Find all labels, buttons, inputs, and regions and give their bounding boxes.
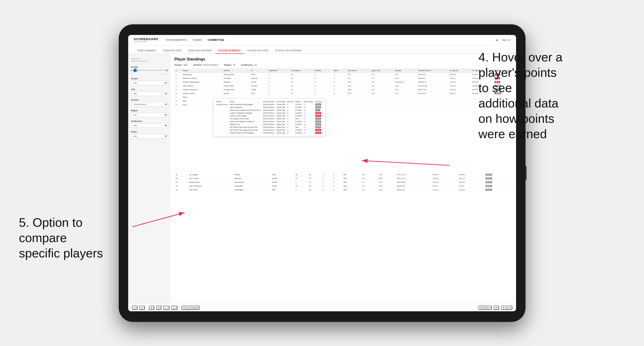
sub-nav-team-h2h-heatmap[interactable]: TEAM H2H HEATMAP bbox=[185, 48, 215, 54]
tooltip-col-player: Player bbox=[216, 100, 229, 103]
region-label: Region bbox=[131, 109, 168, 112]
tooltip-row: Southern Highlands CollegiateNCAA Divisi… bbox=[216, 112, 324, 114]
nav-tournaments[interactable]: TOURNAMENTS bbox=[165, 37, 186, 42]
conference-label: Conference bbox=[131, 120, 168, 122]
sidebar-gender: Gender Men bbox=[131, 77, 168, 85]
sidebar-year: Year (All) bbox=[131, 88, 168, 96]
nav-committee[interactable]: COMMITTEE bbox=[208, 37, 224, 42]
clock-btn[interactable]: 🕐 bbox=[171, 306, 178, 310]
tooltip-row: Amer An IntercollegiateNCAA Division ISt… bbox=[216, 114, 324, 117]
col-school: School bbox=[222, 68, 250, 73]
col-player: Player bbox=[182, 68, 222, 73]
table-row: 26Petr HrubyWashingtonFifth7230068.6-1.8… bbox=[174, 188, 512, 191]
view-btn[interactable]: 👁 View: Original bbox=[182, 306, 199, 310]
sub-nav-team-summary[interactable]: TEAM SUMMARY bbox=[134, 48, 160, 54]
sub-nav-team-h2h-grid[interactable]: TEAM H2H GRID bbox=[160, 48, 185, 54]
points-cell[interactable]: 60.27 bbox=[484, 176, 512, 180]
tooltip-points-cell: 57.57 bbox=[314, 114, 323, 117]
watch-chevron: ▾ bbox=[489, 307, 490, 309]
sub-nav-player-h2h-grid[interactable]: PLAYER H2H GRID bbox=[244, 48, 272, 54]
tooltip-col-type: Event Type bbox=[276, 100, 286, 103]
table-row: 4Luke ClantonFlorida StateSecond5272168.… bbox=[174, 84, 512, 88]
dash-btn[interactable]: —· bbox=[163, 306, 169, 310]
tooltip-panel: Player Event Event Division Event Type R… bbox=[213, 98, 326, 137]
tooltip-row: Tiger InvitationalNCAA Division IStroke … bbox=[216, 106, 324, 109]
no-rds-range: 4 52 bbox=[131, 69, 168, 72]
watch-btn[interactable]: 👁 Watch ▾ bbox=[478, 306, 492, 310]
conference-select[interactable]: (All) bbox=[131, 123, 168, 128]
col-avg-sg: Avg SG bbox=[394, 68, 417, 73]
range-values: 0 ———— bbox=[131, 73, 168, 75]
sidebar-player: Player (All) bbox=[131, 131, 168, 138]
tablet-frame: SCOREBOARD Powered by clippi TOURNAMENTS… bbox=[119, 24, 526, 322]
no-rds-max: 52 bbox=[165, 69, 168, 72]
download-btn[interactable]: ⬇ bbox=[494, 306, 499, 310]
lower-table-body: 22Ian GilliganFloridaThird10241068.7-0.8… bbox=[174, 173, 512, 192]
tooltip-row: Jackson KoivunUNCW Seahawk Intercollegia… bbox=[216, 103, 324, 106]
nav-items: TOURNAMENTS TEAMS COMMITTEE bbox=[165, 37, 496, 42]
view-label: View: Original bbox=[186, 307, 198, 309]
watch-label: Watch bbox=[483, 307, 488, 309]
division-filter-value: NCAA Division I bbox=[204, 64, 218, 66]
tooltip-header-row: Player Event Event Division Event Type R… bbox=[216, 100, 324, 103]
table-row: 5Christo LamprechtGeorgia TechFourth2212… bbox=[174, 88, 512, 91]
col-yr: Yr bbox=[250, 68, 268, 73]
sub-nav-player-h2h-heatmap[interactable]: PLAYER H2H HEATMAP bbox=[272, 48, 305, 54]
division-select[interactable]: NCAA Division I bbox=[131, 102, 168, 107]
points-cell[interactable]: 60.02 bbox=[484, 180, 512, 184]
tablet-side-button bbox=[526, 166, 526, 180]
nav-teams[interactable]: TEAMS bbox=[192, 37, 202, 42]
redo-btn[interactable]: ↪ bbox=[139, 306, 145, 310]
no-rds-min: 4 bbox=[131, 69, 132, 72]
tooltip-points-cell: 73.23 bbox=[314, 112, 323, 114]
annotation-bottom-left: 5. Option tocomparespecific players bbox=[19, 215, 132, 261]
tooltip-points-cell: 43.64 bbox=[314, 103, 323, 106]
tooltip-points-cell: 25.38 bbox=[314, 126, 323, 129]
content-panel: Player Standings Gender: Men Division: N… bbox=[171, 54, 516, 304]
tooltip-col-event: Event bbox=[229, 100, 262, 103]
tooltip-table: Player Event Event Division Event Type R… bbox=[216, 100, 324, 134]
sub-nav: TEAM SUMMARY TEAM H2H GRID TEAM H2H HEAT… bbox=[128, 45, 516, 54]
annotation-top-right: 4. Hover over aplayer's pointsto seeaddi… bbox=[478, 50, 616, 142]
region-filter-value: All bbox=[233, 64, 235, 66]
gender-select[interactable]: Men bbox=[131, 81, 168, 85]
year-select[interactable]: (All) bbox=[131, 91, 168, 96]
sign-out-link[interactable]: Sign out bbox=[502, 39, 510, 41]
gender-label: Gender bbox=[131, 77, 168, 80]
tooltip-col-rounds: Rounds bbox=[286, 100, 294, 103]
no-rds-slider[interactable] bbox=[133, 70, 164, 71]
sub-nav-player-summary[interactable]: PLAYER SUMMARY bbox=[215, 48, 244, 54]
region-filter-label: Region: bbox=[224, 64, 232, 66]
table-row: 25Cole SherwoodVanderbiltFourth12230068.… bbox=[174, 184, 512, 188]
table-header-row: # Player School Yr Reg Rank Conf Rank No… bbox=[174, 68, 512, 73]
tooltip-row: SEC Stroke Play hosted by Jerry PateNCAA… bbox=[216, 129, 324, 131]
filter-btn[interactable]: ⚙ bbox=[149, 306, 154, 310]
region-select[interactable]: N/A bbox=[131, 113, 168, 117]
sidebar-region: Region N/A bbox=[131, 109, 168, 117]
division-filter: Division: NCAA Division I bbox=[194, 64, 218, 66]
col-rank: # bbox=[174, 68, 182, 73]
points-cell[interactable]: 59.95 bbox=[484, 184, 512, 188]
points-cell[interactable]: 58.49 bbox=[484, 188, 512, 191]
logo-title: SCOREBOARD bbox=[134, 37, 158, 41]
tablet-screen: SCOREBOARD Powered by clippi TOURNAMENTS… bbox=[128, 35, 516, 311]
tooltip-row: Williams CupNCAA Division IMatch Play3PL… bbox=[216, 123, 324, 126]
region-filter: Region: All bbox=[224, 64, 235, 66]
col-to-par: Avg to Par bbox=[370, 68, 394, 73]
sidebar-division: Division NCAA Division I bbox=[131, 99, 168, 107]
share-btn[interactable]: ⬆ Share bbox=[501, 306, 512, 310]
tooltip-row: Wake Forest Invitational at Pinehurst No… bbox=[216, 109, 324, 112]
table-row: 22Ian GilliganFloridaThird10241068.7-0.8… bbox=[174, 173, 512, 177]
copy-btn[interactable]: ⧉ bbox=[156, 305, 161, 310]
table-row: 23Jack LundinMissouriFourth11240068.5-2.… bbox=[174, 176, 512, 180]
table-row: 6Jackson KoivunAuburnFirst2275067.5-2.02… bbox=[174, 91, 512, 95]
tooltip-points-cell: 24.11 bbox=[314, 117, 323, 120]
no-rds-label: No Rds. bbox=[131, 66, 168, 68]
points-cell[interactable]: 60.58 bbox=[484, 173, 512, 177]
undo-btn[interactable]: ↩ bbox=[132, 306, 138, 310]
col-reg-rank: Reg Rank bbox=[268, 68, 290, 73]
tooltip-row: SEC Match Play hosted by Jerry PateNCAA … bbox=[216, 126, 324, 129]
player-select[interactable]: (All) bbox=[131, 134, 168, 138]
tooltip-row: The Cypress Point ClassicNCAA Division I… bbox=[216, 117, 324, 120]
tooltip-col-rank-impact: Rank Impact bbox=[303, 100, 314, 103]
